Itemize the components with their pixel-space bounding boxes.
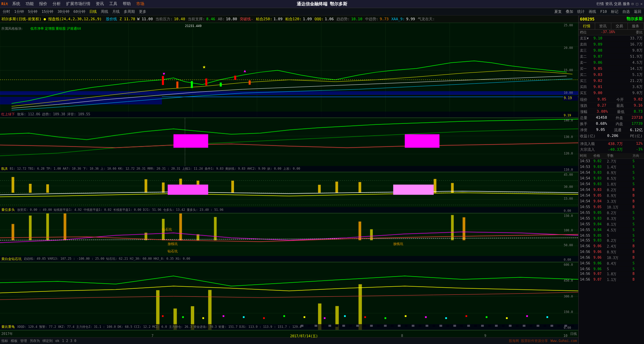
tf-fen[interactable]: 分时 <box>1 9 11 14</box>
tf-5min[interactable]: 5分钟 <box>27 9 39 14</box>
tf-multi[interactable]: 多周期 <box>122 9 136 14</box>
trade-list: 时间 价格 手数 方向 14:53 9.02 2.7万 S 14:53 9.03… <box>579 153 644 344</box>
si-netassets: 净资 9.05 流通 6.12亿 <box>580 127 643 133</box>
ob-sell4-label: 卖四 <box>580 42 593 47</box>
si-na-label: 净资 <box>580 127 587 133</box>
si-change: 涨跌 0.27 最高 9.16 <box>580 103 643 109</box>
btn-quote[interactable]: 行情 <box>596 1 604 6</box>
menu-quote[interactable]: 报价 <box>36 1 50 7</box>
menu-function[interactable]: 功能 <box>23 1 36 7</box>
tf-more[interactable]: 更多 <box>138 9 148 14</box>
btn-news[interactable]: 资讯 <box>605 1 613 6</box>
panel2-values: B1: 12.72 TB1: 6.28 TP: 1.00 AA7: 10.36 … <box>10 167 300 171</box>
fi-net-pct: 12% <box>636 141 643 146</box>
bind-btn[interactable]: 绑定到 <box>42 339 53 343</box>
btn-service[interactable]: 服务 <box>623 1 630 6</box>
chart-indicator-name: 股价线 <box>106 17 117 22</box>
menu-system[interactable]: 系统 <box>9 1 23 7</box>
tool-overlay[interactable]: 叠加 <box>564 9 575 14</box>
ob-buy4-price: 9.01 <box>593 85 618 89</box>
tf-30min[interactable]: 30分钟 <box>56 9 71 14</box>
tf-day[interactable]: 日线 <box>88 9 98 14</box>
ob-buy2-price: 9.03 <box>593 73 618 77</box>
ob-buy3-vol: 21.2万 <box>618 78 643 83</box>
tool-back[interactable]: 返回 <box>633 9 643 14</box>
chart-nian-label: 粘合250: <box>256 17 272 22</box>
chart-xaa-val: 9.99 <box>406 17 415 21</box>
main-price-panel[interactable]: 红上绿下 散筹: 112.06 趋势: 109.38 泽管: 109.55 25… <box>0 23 578 118</box>
fi-bulk: 大宗流入 -40.3万 -1% <box>580 147 643 152</box>
date-label-4: 9 <box>484 334 486 338</box>
ob-buy1-price: 9.05 <box>593 66 618 71</box>
si-open-label: 今开 <box>616 97 624 102</box>
chart-nian-val: 1.09 <box>273 17 283 21</box>
ok-btn[interactable]: ok <box>55 339 59 343</box>
trade-list-header: 时间 价格 手数 方向 <box>579 153 644 159</box>
chart-area: 祁尔多斯(日线-前复权) ● 报盘线(24,4,2,30,12,26,9) 股价… <box>0 16 578 344</box>
tf-month[interactable]: 月线 <box>111 9 121 14</box>
menu-market-ext[interactable]: 扩展市场行情 <box>63 1 93 7</box>
panel4-info: 黄白金钻石坑 趋趋线: 49.85 VAR13: 107.25 : -100.0… <box>0 256 578 262</box>
ob-buy3-price: 9.02 <box>593 79 618 83</box>
chart-ab-label: AB: <box>218 17 225 21</box>
fi-net-inflow: 净流入额 438.7万 12% <box>580 141 643 147</box>
panel3-info: 量位多头 放里买: 0.00 : 49.00 短线套平盘1: 4.92 中线套平… <box>0 207 578 213</box>
rpt-tab-service[interactable]: 服务 <box>628 23 644 29</box>
btn-trade[interactable]: 交易 <box>614 1 621 6</box>
menu-tools[interactable]: 工具 <box>107 1 120 7</box>
ob-sell-1: 卖一 9.06 4.5万 <box>579 60 644 66</box>
menu-analysis[interactable]: 分析 <box>50 1 63 7</box>
ob-sell3-vol: 9.8万 <box>618 48 643 53</box>
turtle-panel[interactable]: 量比重龟 XDQD: 129.4 预警: 77.2 XKZ: 77.4 主力持仓… <box>0 262 578 331</box>
fi-net-label: 净流入额 <box>580 141 595 146</box>
chart-qqq-val: 1.06 <box>325 17 334 21</box>
trade-list-item: 14:56 9.07 1.8万 B <box>579 271 644 277</box>
diamond-panel[interactable]: 黄白金钻石坑 趋趋线: 49.85 VAR13: 107.25 : -100.0… <box>0 213 578 262</box>
ob-sell3-label: 卖三 <box>580 48 593 53</box>
tool-mark[interactable]: 标记 <box>610 9 620 14</box>
si-outer-label: 外盘 <box>616 115 623 120</box>
rpt-tab-hang[interactable]: 行情 <box>579 23 595 29</box>
ob-col-rank: 档位 <box>580 30 601 35</box>
template-tab[interactable]: 模板 <box>11 339 18 343</box>
order-book: 档位 -37.16% 委比 卖五▼ 9.10 33.7万 卖四 9.09 16.… <box>579 30 644 96</box>
ob-sell2-label: 卖二 <box>580 54 593 59</box>
panel3-values: 放里买: 0.00 : 49.00 短线套平盘1: 4.92 中线套平盘1: 0… <box>17 208 224 212</box>
stock-name: 鄂尔多斯 <box>626 16 643 22</box>
volume-panel[interactable]: 量位多头 放里买: 0.00 : 49.00 短线套平盘1: 4.92 中线套平… <box>0 172 578 213</box>
rpt-tab-trade[interactable]: 交易 <box>611 23 628 29</box>
indicator-tab[interactable]: 指标 <box>1 339 8 343</box>
tf-60min[interactable]: 60分钟 <box>72 9 87 14</box>
tool-draw[interactable]: 画线 <box>587 9 597 14</box>
ob-sell-4: 卖四 9.09 16.7万 <box>579 41 644 48</box>
panel1-info: 红上绿下 散筹: 112.06 趋势: 109.38 泽管: 109.55 <box>0 112 578 118</box>
app-logo: Rit <box>1 2 8 6</box>
menu-news[interactable]: 资讯 <box>93 1 107 7</box>
trade-list-item: 14:55 9.04 4.5万 S <box>579 228 644 233</box>
panel1-label: 红上绿下 <box>1 112 15 117</box>
panel-wrapper: 红上绿下 散筹: 112.06 趋势: 109.38 泽管: 109.55 25… <box>0 23 578 331</box>
menu-market[interactable]: 市场 <box>134 1 147 7</box>
blr-panel[interactable]: BLR B1: 12.72 TB1: 6.28 TP: 1.00 AA7: 10… <box>0 118 578 173</box>
trade-list-body: 14:53 9.02 2.7万 S 14:53 9.03 1.4万 S 14:5… <box>579 159 644 283</box>
manage-tab[interactable]: 管理 <box>20 339 27 343</box>
page-nums[interactable]: 1 2 3 0 <box>62 339 76 343</box>
tool-restore[interactable]: 夏复 <box>553 9 563 14</box>
ob-sell1-vol: 4.5万 <box>618 60 643 65</box>
tool-f10[interactable]: F10 <box>599 9 608 14</box>
save-btn[interactable]: 另存为 <box>30 339 40 343</box>
date-label-1: 7 <box>151 334 153 338</box>
timeframe-toolbar: 分时 1分钟 5分钟 15分钟 30分钟 60分钟 日线 周线 月线 多周期 更… <box>0 8 644 16</box>
tf-1min[interactable]: 1分钟 <box>13 9 25 14</box>
ob-col-spread: 委比 <box>622 30 643 35</box>
right-panel-tabs: 行情 资讯 交易 服务 <box>579 23 644 30</box>
chart-stock-info: 祁尔多斯(日线-前复权) ● 报盘线(24,4,2,30,12,26,9) 股价… <box>0 16 578 23</box>
tf-15min[interactable]: 15分钟 <box>40 9 55 14</box>
ob-sell3-price: 9.08 <box>593 48 618 53</box>
tool-stats[interactable]: 统计 <box>576 9 586 14</box>
chart-ab-val: 10.80 <box>226 17 237 21</box>
rpt-tab-news[interactable]: 资讯 <box>595 23 612 29</box>
menu-help[interactable]: 帮助 <box>120 1 134 7</box>
tool-watchlist[interactable]: 自选 <box>621 9 631 14</box>
tf-week[interactable]: 周线 <box>99 9 110 14</box>
